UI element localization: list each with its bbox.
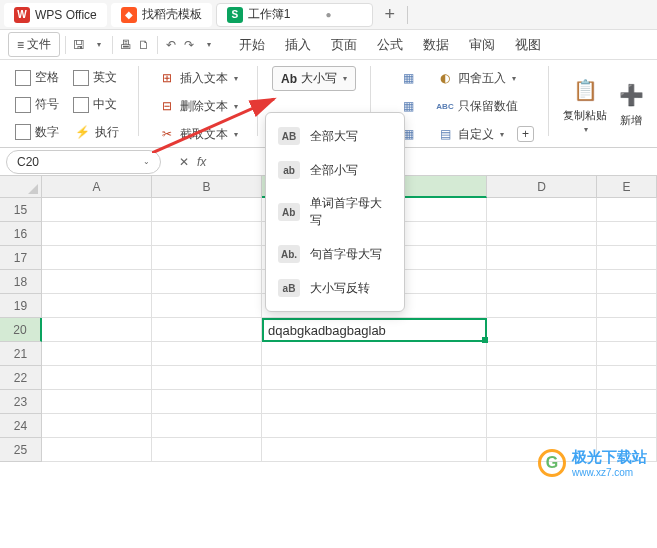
ribbon-tab-start[interactable]: 开始 [235,30,269,60]
copy-paste-button[interactable]: 📋 复制粘贴 ▾ [563,74,607,134]
cell[interactable] [152,222,262,246]
round-button[interactable]: ◐四舍五入▾ [431,66,521,90]
cell[interactable] [42,342,152,366]
cell[interactable] [487,342,597,366]
cell[interactable] [152,318,262,342]
check-chinese[interactable]: 中文 [68,93,122,116]
redo-dd[interactable]: ▾ [201,37,217,53]
col-header-a[interactable]: A [42,176,152,198]
cell[interactable] [262,342,487,366]
col-header-b[interactable]: B [152,176,262,198]
check-english[interactable]: 英文 [68,66,122,89]
cell[interactable] [152,390,262,414]
cell[interactable] [597,198,657,222]
cell[interactable] [152,198,262,222]
cell[interactable] [487,222,597,246]
row-header[interactable]: 21 [0,342,42,366]
row-header[interactable]: 18 [0,270,42,294]
col-header-e[interactable]: E [597,176,657,198]
generic-icon[interactable]: ▦ [399,69,417,87]
save-icon[interactable]: 🖫 [71,37,87,53]
cell[interactable] [487,366,597,390]
cell[interactable] [597,222,657,246]
case-button[interactable]: Ab 大小写 ▾ [272,66,356,91]
check-space[interactable]: 空格 [10,66,64,89]
menu-item[interactable]: Ab单词首字母大写 [266,187,404,237]
row-header[interactable]: 25 [0,438,42,462]
ribbon-tab-data[interactable]: 数据 [419,30,453,60]
save-dd[interactable]: ▾ [91,37,107,53]
cell[interactable] [597,366,657,390]
cell[interactable] [262,438,487,462]
cell[interactable] [42,294,152,318]
row-header[interactable]: 22 [0,366,42,390]
check-symbol[interactable]: 符号 [10,93,64,116]
ribbon-tab-insert[interactable]: 插入 [281,30,315,60]
file-menu[interactable]: ≡ 文件 [8,32,60,57]
menu-item[interactable]: ab全部小写 [266,153,404,187]
row-header[interactable]: 15 [0,198,42,222]
execute-button[interactable]: ⚡执行 [68,120,124,144]
cell[interactable] [597,318,657,342]
row-header[interactable]: 19 [0,294,42,318]
cell[interactable] [487,246,597,270]
cell[interactable] [152,246,262,270]
name-box[interactable]: C20 ⌄ [6,150,161,174]
cell[interactable] [152,438,262,462]
menu-item[interactable]: AB全部大写 [266,119,404,153]
ribbon-tab-view[interactable]: 视图 [511,30,545,60]
cell[interactable] [42,414,152,438]
cell[interactable] [597,246,657,270]
cell[interactable] [262,390,487,414]
ribbon-tab-page[interactable]: 页面 [327,30,361,60]
cell[interactable] [597,342,657,366]
cell[interactable] [42,270,152,294]
cell[interactable] [487,390,597,414]
select-all-corner[interactable] [0,176,42,198]
cell[interactable] [152,294,262,318]
cell[interactable] [42,390,152,414]
cancel-fx-icon[interactable]: ✕ [179,155,189,169]
cell[interactable] [487,318,597,342]
cell[interactable] [597,294,657,318]
workbook-tab[interactable]: S 工作簿1 ● [216,3,373,27]
cell[interactable]: dqabgkadbagbaglab [262,318,487,342]
cell[interactable] [152,270,262,294]
custom-button[interactable]: ▤自定义▾ [431,122,509,146]
cell[interactable] [487,270,597,294]
ribbon-tab-review[interactable]: 审阅 [465,30,499,60]
menu-item[interactable]: Ab.句首字母大写 [266,237,404,271]
keep-num-button[interactable]: ABC只保留数值 [431,94,523,118]
print-icon[interactable]: 🖶 [118,37,134,53]
add-tab-button[interactable]: + [377,4,404,25]
cell[interactable] [597,390,657,414]
delete-text-button[interactable]: ⊟删除文本▾ [153,94,243,118]
cell[interactable] [152,342,262,366]
row-header[interactable]: 24 [0,414,42,438]
cell[interactable] [597,270,657,294]
menu-item[interactable]: aB大小写反转 [266,271,404,305]
cell[interactable] [42,246,152,270]
cell[interactable] [42,318,152,342]
preview-icon[interactable]: 🗋 [136,37,152,53]
template-tab[interactable]: ◆ 找稻壳模板 [111,3,212,27]
chevron-down-icon[interactable]: ⌄ [143,157,150,166]
cell[interactable] [152,366,262,390]
ribbon-tab-formula[interactable]: 公式 [373,30,407,60]
cell[interactable] [487,198,597,222]
check-number[interactable]: 数字 [10,121,64,144]
redo-icon[interactable]: ↷ [181,37,197,53]
undo-icon[interactable]: ↶ [163,37,179,53]
cell[interactable] [42,438,152,462]
plus-button[interactable]: + [517,126,534,142]
extract-text-button[interactable]: ✂截取文本▾ [153,122,243,146]
col-header-d[interactable]: D [487,176,597,198]
cell[interactable] [42,198,152,222]
cell[interactable] [487,294,597,318]
row-header[interactable]: 20 [0,318,42,342]
cell[interactable] [42,366,152,390]
add-new-button[interactable]: ➕ 新增 [615,79,647,128]
insert-text-button[interactable]: ⊞插入文本▾ [153,66,243,90]
fx-icon[interactable]: fx [197,155,206,169]
row-header[interactable]: 17 [0,246,42,270]
